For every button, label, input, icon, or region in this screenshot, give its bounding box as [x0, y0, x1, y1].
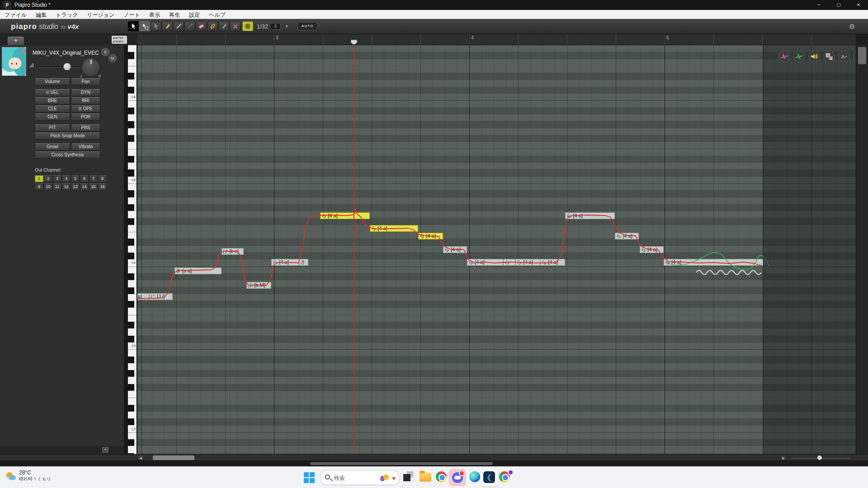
maximize-button[interactable]: ▢	[829, 0, 848, 10]
phoneme-protect-icon[interactable]: PS	[823, 51, 835, 62]
grid-snap-button[interactable]	[242, 21, 253, 31]
solo-button[interactable]: S	[101, 48, 109, 56]
param-button-pitch-snap-mode[interactable]: Pitch Snap Mode	[35, 132, 100, 140]
pitch-pencil-tool[interactable]	[218, 21, 229, 31]
volume-slider-track[interactable]	[39, 66, 80, 68]
lyric-mode-icon[interactable]: あA	[838, 51, 850, 62]
black-key[interactable]	[128, 405, 134, 412]
overview-strip[interactable]	[0, 460, 868, 466]
black-key[interactable]	[128, 135, 134, 142]
delete-tool[interactable]	[230, 21, 241, 31]
black-key[interactable]	[128, 370, 134, 377]
param-button-gen[interactable]: GEN	[35, 113, 70, 121]
pan-knob[interactable]	[81, 58, 100, 77]
line-tool[interactable]	[173, 21, 184, 31]
scroll-right-arrow[interactable]: ▶	[780, 455, 787, 460]
black-key[interactable]	[128, 384, 134, 391]
black-key[interactable]	[128, 121, 134, 128]
note-grid[interactable]: a]に [J i]さ [s a]け [k e]ぶ [b M]ら [4 a]さら …	[137, 45, 856, 454]
volume-slider-handle[interactable]	[63, 63, 71, 70]
black-key[interactable]	[128, 190, 134, 197]
out-channel-11[interactable]: 11	[53, 183, 61, 190]
snap-value[interactable]: 1/32	[257, 23, 268, 30]
black-key[interactable]	[128, 218, 134, 225]
param-button-cle[interactable]: CLE	[35, 105, 70, 113]
bar-ruler[interactable]: 345	[137, 34, 856, 45]
black-key[interactable]	[128, 336, 134, 343]
param-button-por[interactable]: POR	[71, 113, 100, 121]
param-button-vel[interactable]: VEL	[35, 89, 70, 96]
black-key[interactable]	[128, 418, 134, 425]
param-button-pit[interactable]: PIT	[35, 124, 70, 131]
note-select-tool[interactable]	[139, 21, 150, 31]
pencil-tool[interactable]	[162, 21, 173, 31]
black-key[interactable]	[128, 357, 134, 363]
black-key[interactable]	[128, 273, 134, 280]
vibrato-line-icon[interactable]: v	[793, 51, 805, 62]
curve-tool[interactable]	[184, 21, 195, 31]
auto-scroll-button[interactable]: AUTO	[297, 22, 317, 30]
black-key[interactable]	[128, 301, 134, 308]
out-channel-5[interactable]: 5	[71, 175, 80, 182]
chrome-icon[interactable]	[436, 471, 448, 484]
out-channel-15[interactable]: 15	[89, 183, 98, 190]
param-button-vibrato[interactable]: Vibrato	[71, 143, 100, 150]
track-name[interactable]: MIKU_V4X_Original_EVEC	[33, 50, 99, 56]
gear-icon[interactable]: ⚙	[849, 23, 855, 31]
overview-segment[interactable]	[310, 462, 493, 465]
out-channel-13[interactable]: 13	[71, 183, 80, 190]
select-tool[interactable]	[128, 21, 139, 31]
out-channel-6[interactable]: 6	[80, 175, 89, 182]
title-bar[interactable]: P Piapro Studio * ─ ▢ ✕	[0, 0, 868, 10]
param-button-volume[interactable]: Volume	[35, 78, 70, 85]
out-channel-4[interactable]: 4	[62, 175, 71, 182]
playhead-line[interactable]	[354, 45, 354, 454]
vertical-scroll-thumb[interactable]	[858, 47, 866, 64]
out-channel-16[interactable]: 16	[98, 183, 107, 190]
horizontal-scroll-thumb[interactable]	[153, 455, 194, 460]
out-channel-7[interactable]: 7	[89, 175, 98, 182]
pitch-line-icon[interactable]	[778, 51, 790, 62]
triplet-button[interactable]: 3	[270, 23, 281, 30]
edge-icon[interactable]	[469, 471, 482, 484]
vertical-scrollbar[interactable]	[856, 45, 868, 454]
param-button-pbs[interactable]: PBS	[71, 124, 100, 131]
glue-tool[interactable]	[207, 21, 218, 31]
zoom-slider-handle[interactable]	[817, 455, 822, 460]
black-key[interactable]	[128, 204, 134, 211]
param-button-dyn[interactable]: DYN	[71, 89, 100, 96]
black-key[interactable]	[128, 239, 134, 245]
black-key[interactable]	[128, 73, 134, 80]
search-box[interactable]: 検索 ♥	[320, 470, 400, 485]
param-button-pan[interactable]: Pan	[71, 78, 100, 85]
scroll-left-arrow[interactable]: ◀	[137, 455, 144, 460]
black-key[interactable]	[128, 52, 134, 59]
out-channel-3[interactable]: 3	[53, 175, 61, 182]
black-key[interactable]	[128, 87, 134, 94]
param-button-bri[interactable]: BRI	[71, 97, 100, 104]
preview-audio-icon[interactable]	[808, 51, 820, 62]
out-channel-2[interactable]: 2	[44, 175, 52, 182]
playhead-marker[interactable]	[351, 40, 357, 45]
add-region-button[interactable]: +	[102, 447, 108, 453]
black-key[interactable]	[128, 108, 134, 114]
code-editor-icon[interactable]: ❮	[483, 471, 496, 484]
meter-tempo-widget[interactable]: ◂METER ◂TEMPO	[112, 36, 127, 44]
black-key[interactable]	[128, 287, 134, 294]
close-button[interactable]: ✕	[849, 0, 868, 10]
minimize-button[interactable]: ─	[809, 0, 828, 10]
out-channel-1[interactable]: 1	[35, 175, 43, 182]
out-channel-14[interactable]: 14	[80, 183, 89, 190]
task-view-icon[interactable]	[403, 471, 416, 484]
piano-keyboard[interactable]: C6C5C4C3C2	[128, 45, 137, 454]
add-track-tab[interactable]: +	[7, 36, 24, 45]
black-key[interactable]	[128, 169, 134, 176]
black-key[interactable]	[128, 156, 134, 163]
param-button-cross-synthesis[interactable]: Cross Synthesis	[35, 151, 100, 159]
start-button[interactable]	[304, 472, 315, 483]
black-key[interactable]	[128, 439, 134, 446]
param-button-growl[interactable]: Growl	[35, 143, 70, 150]
chrome-profile-icon[interactable]	[499, 471, 512, 484]
black-key[interactable]	[128, 322, 134, 328]
discord-icon[interactable]	[451, 471, 464, 484]
